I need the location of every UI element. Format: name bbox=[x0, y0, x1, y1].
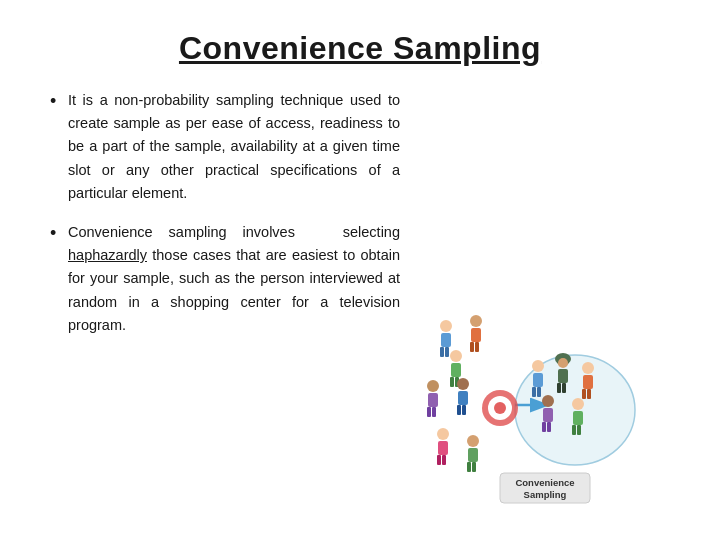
svg-rect-53 bbox=[572, 425, 576, 435]
svg-point-17 bbox=[427, 380, 439, 392]
svg-rect-36 bbox=[537, 387, 541, 397]
svg-rect-28 bbox=[442, 455, 446, 465]
svg-rect-50 bbox=[547, 422, 551, 432]
svg-point-5 bbox=[440, 320, 452, 332]
svg-point-29 bbox=[467, 435, 479, 447]
bullet-dot-2: • bbox=[50, 219, 68, 248]
svg-rect-19 bbox=[427, 407, 431, 417]
slide-title: Convenience Sampling bbox=[50, 30, 670, 67]
svg-point-39 bbox=[558, 358, 568, 368]
illustration-svg: Convenience Sampling bbox=[420, 290, 660, 510]
underlined-word: haphazardly bbox=[68, 247, 147, 263]
svg-point-21 bbox=[457, 378, 469, 390]
svg-rect-14 bbox=[451, 363, 461, 377]
svg-rect-32 bbox=[472, 462, 476, 472]
svg-point-4 bbox=[494, 402, 506, 414]
svg-rect-27 bbox=[437, 455, 441, 465]
bullet-text-2: Convenience sampling involves selecting … bbox=[68, 221, 400, 337]
bullet-dot-1: • bbox=[50, 87, 68, 116]
svg-point-47 bbox=[542, 395, 554, 407]
text-section: • It is a non-probability sampling techn… bbox=[50, 89, 410, 520]
svg-rect-34 bbox=[533, 373, 543, 387]
svg-rect-49 bbox=[542, 422, 546, 432]
svg-rect-10 bbox=[471, 328, 481, 342]
svg-text:Sampling: Sampling bbox=[524, 489, 567, 500]
svg-rect-12 bbox=[475, 342, 479, 352]
svg-rect-42 bbox=[562, 383, 566, 393]
svg-rect-46 bbox=[587, 389, 591, 399]
bullet-2: • Convenience sampling involves selectin… bbox=[50, 221, 400, 337]
svg-rect-26 bbox=[438, 441, 448, 455]
svg-point-25 bbox=[437, 428, 449, 440]
illustration: Convenience Sampling bbox=[420, 290, 660, 510]
svg-rect-35 bbox=[532, 387, 536, 397]
slide: Convenience Sampling • It is a non-proba… bbox=[0, 0, 720, 540]
svg-rect-44 bbox=[583, 375, 593, 389]
svg-rect-23 bbox=[457, 405, 461, 415]
svg-rect-24 bbox=[462, 405, 466, 415]
svg-rect-7 bbox=[440, 347, 444, 357]
svg-point-43 bbox=[582, 362, 594, 374]
svg-rect-45 bbox=[582, 389, 586, 399]
svg-rect-18 bbox=[428, 393, 438, 407]
svg-point-51 bbox=[572, 398, 584, 410]
svg-rect-30 bbox=[468, 448, 478, 462]
bullet-text-1: It is a non-probability sampling techniq… bbox=[68, 89, 400, 205]
svg-rect-22 bbox=[458, 391, 468, 405]
svg-point-0 bbox=[515, 355, 635, 465]
svg-rect-31 bbox=[467, 462, 471, 472]
svg-rect-48 bbox=[543, 408, 553, 422]
svg-point-13 bbox=[450, 350, 462, 362]
svg-rect-54 bbox=[577, 425, 581, 435]
svg-rect-15 bbox=[450, 377, 454, 387]
svg-rect-40 bbox=[558, 369, 568, 383]
image-section: Convenience Sampling bbox=[410, 89, 670, 520]
svg-rect-41 bbox=[557, 383, 561, 393]
svg-rect-8 bbox=[445, 347, 449, 357]
svg-rect-20 bbox=[432, 407, 436, 417]
svg-rect-52 bbox=[573, 411, 583, 425]
svg-rect-6 bbox=[441, 333, 451, 347]
svg-rect-11 bbox=[470, 342, 474, 352]
svg-text:Convenience: Convenience bbox=[515, 477, 574, 488]
svg-point-9 bbox=[470, 315, 482, 327]
svg-point-33 bbox=[532, 360, 544, 372]
content-area: • It is a non-probability sampling techn… bbox=[50, 89, 670, 520]
bullet-1: • It is a non-probability sampling techn… bbox=[50, 89, 400, 205]
